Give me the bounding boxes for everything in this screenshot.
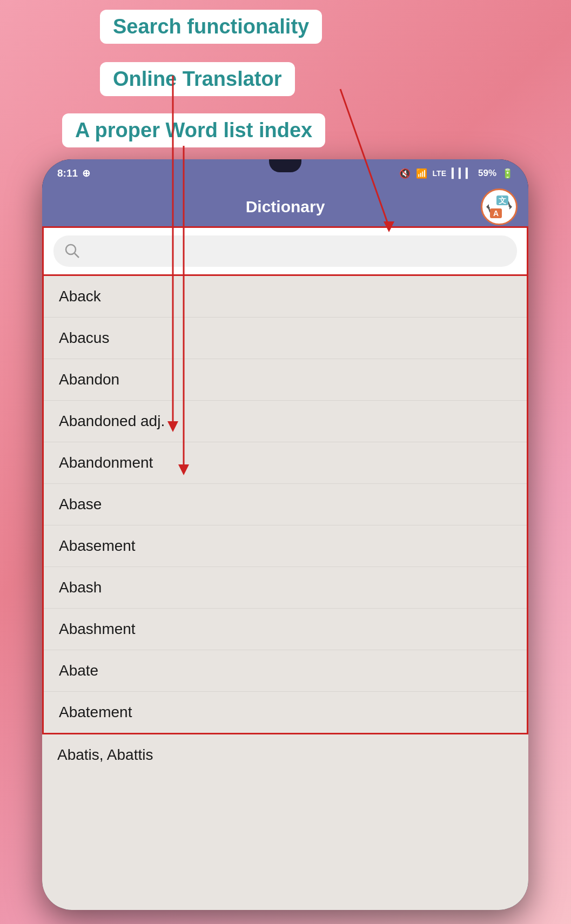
list-item[interactable]: Aback	[44, 276, 527, 318]
app-title: Dictionary	[246, 198, 325, 216]
translate-arrows-icon: 文 A	[485, 192, 514, 222]
svg-text:文: 文	[499, 196, 506, 205]
list-item[interactable]: Abandon	[44, 359, 527, 401]
list-item[interactable]: Abase	[44, 484, 527, 525]
list-item[interactable]: Abacus	[44, 318, 527, 359]
phone-content: Aback Abacus Abandon Abandoned adj. Aban…	[42, 226, 528, 910]
svg-marker-7	[486, 204, 489, 210]
word-list: Aback Abacus Abandon Abandoned adj. Aban…	[42, 276, 528, 734]
search-functionality-label: Search functionality	[100, 10, 322, 44]
list-item[interactable]: Abasement	[44, 525, 527, 567]
list-item[interactable]: Abatement	[44, 692, 527, 733]
mute-icon: 🔇	[399, 168, 411, 179]
status-time: 8:11	[57, 167, 78, 179]
signal-bars-icon: ▎▎▎	[452, 168, 473, 179]
status-right: 🔇 📶 LTE ▎▎▎ 59% 🔋	[399, 168, 513, 179]
app-header: Dictionary 文 A	[42, 187, 528, 226]
battery-level: 59%	[478, 168, 496, 179]
word-list-index-label: A proper Word list index	[62, 113, 325, 147]
search-bar-container	[42, 226, 528, 276]
svg-marker-6	[509, 204, 512, 210]
status-left: 8:11 ⊕	[57, 167, 90, 179]
translate-button[interactable]: 文 A	[481, 188, 518, 225]
list-item-outside[interactable]: Abatis, Abattis	[42, 734, 528, 775]
battery-icon: 🔋	[502, 168, 513, 179]
phone-notch	[269, 159, 301, 172]
lte-label: LTE	[433, 169, 446, 178]
search-bar[interactable]	[53, 235, 517, 267]
translate-button-inner: 文 A	[485, 192, 514, 222]
list-item[interactable]: Abate	[44, 650, 527, 692]
list-item[interactable]: Abandoned adj.	[44, 401, 527, 442]
wifi-icon: 📶	[416, 168, 427, 179]
search-icon	[64, 243, 80, 259]
whatsapp-icon: ⊕	[82, 167, 90, 179]
online-translator-label: Online Translator	[100, 62, 295, 96]
svg-line-13	[75, 253, 79, 258]
svg-text:A: A	[493, 209, 498, 218]
list-item[interactable]: Abandonment	[44, 442, 527, 484]
phone-frame: 8:11 ⊕ 🔇 📶 LTE ▎▎▎ 59% 🔋 Dictionary	[42, 159, 528, 910]
list-item[interactable]: Abash	[44, 567, 527, 609]
list-item[interactable]: Abashment	[44, 609, 527, 650]
svg-point-12	[66, 245, 76, 254]
